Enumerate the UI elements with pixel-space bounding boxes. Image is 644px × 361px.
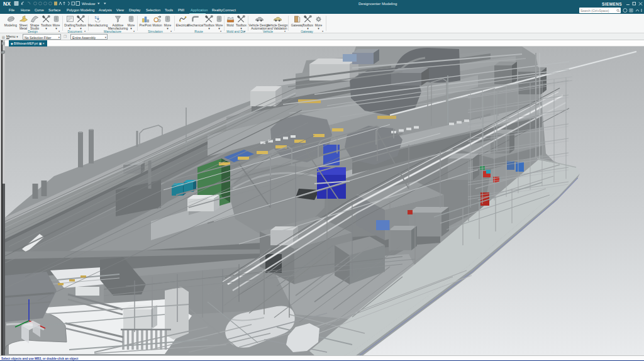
svg-text:Window: Window xyxy=(82,2,96,6)
svg-text:5: 5 xyxy=(94,16,96,19)
